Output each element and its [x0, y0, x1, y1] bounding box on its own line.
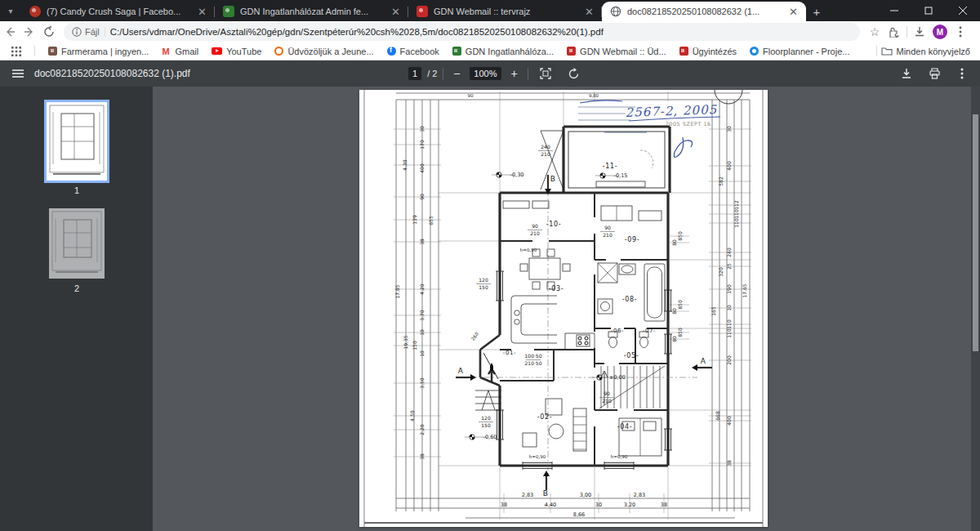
dim-bottom: 3,20 [624, 502, 635, 508]
tab-4[interactable]: doc08218520250108082632 (1...✕ [602, 2, 806, 21]
gdn-webmail-icon [416, 6, 428, 17]
page-number-input[interactable]: 1 [408, 67, 421, 80]
rotate-icon[interactable] [563, 62, 586, 85]
browser-menu-kebab-icon[interactable] [951, 23, 970, 41]
plan-path [692, 364, 697, 371]
tab-close-icon[interactable]: ✕ [787, 6, 800, 18]
tab-close-icon[interactable]: ✕ [583, 6, 595, 18]
dim-right: 165 [710, 306, 716, 316]
dim-left: 4,50 [409, 410, 415, 422]
bookmark-2[interactable]: MGmail [162, 47, 198, 56]
opening-dim: 240 [541, 144, 550, 149]
dim-bottom: 8,66 [573, 511, 585, 518]
minimize-button[interactable] [877, 0, 911, 21]
tab-2[interactable]: GDN Ingatlanhálózat Admin fe...✕ [215, 2, 408, 21]
plan-path [470, 374, 476, 381]
tab-strip: ▾ (7) Candy Crush Saga | Facebo...✕GDN I… [0, 0, 980, 21]
dim-left: 17,85 [394, 284, 400, 298]
plan-circle [549, 424, 564, 439]
address-bar: Fájl C:/Users/vdmar/OneDrive/Asztali%20g… [0, 21, 980, 42]
back-icon[interactable] [0, 22, 20, 42]
zoom-level-input[interactable]: 100% [470, 67, 501, 80]
level-symbol [499, 175, 501, 177]
file-info-icon[interactable]: Fájl [72, 27, 100, 37]
print-icon[interactable] [923, 62, 946, 85]
dim-right: 400 [726, 161, 732, 171]
plan-rect [532, 201, 549, 208]
reload-icon[interactable] [39, 22, 59, 42]
opening-dim: 210 [530, 230, 540, 236]
scrollbar-thumb[interactable] [973, 114, 978, 351]
dim-left: 38 [419, 239, 425, 245]
plan-note: h=0,90 [529, 454, 546, 459]
pdf-viewer-area: 12 BBAA-11--10--09--08--06--07--03--05--… [0, 87, 980, 531]
opening-dim: 120 [479, 277, 488, 283]
dim-left: 38 [419, 453, 425, 460]
plan-note: 260 [470, 331, 479, 341]
zoom-out-button[interactable]: − [449, 67, 464, 80]
plan-circle [585, 337, 588, 340]
page-thumbnail-1[interactable]: 1 [47, 102, 107, 195]
bookmark-label: Üdvözöljük a Jeune... [287, 47, 373, 56]
pdf-menu-hamburger-icon[interactable] [7, 62, 29, 85]
apps-grid-icon[interactable] [7, 42, 26, 60]
pdf-download-icon[interactable] [895, 62, 918, 85]
tab-close-icon[interactable]: ✕ [390, 6, 402, 18]
thumbnail-page-number: 1 [47, 185, 107, 195]
bookmark-1[interactable]: Farmerama | ingyen... [48, 47, 149, 56]
tab-1[interactable]: (7) Candy Crush Saga | Facebo...✕ [21, 2, 215, 21]
tab-3[interactable]: GDN Webmail :: tervrajz✕ [408, 2, 602, 21]
bookmarks-overflow-divider [876, 46, 877, 56]
wall [480, 377, 500, 386]
dim-bottom: 38 [501, 502, 507, 508]
tab-close-icon[interactable]: ✕ [196, 6, 208, 18]
tab-search-chevron-icon[interactable]: ▾ [0, 0, 21, 21]
page-thumbnail-2[interactable]: 2 [49, 208, 105, 293]
stamp-faint-line [578, 113, 626, 114]
webmail-icon [567, 47, 576, 56]
omnibox[interactable]: Fájl C:/Users/vdmar/OneDrive/Asztali%20g… [64, 23, 860, 41]
all-bookmarks-button[interactable]: Minden könyvjelző [865, 46, 971, 56]
bookmark-star-icon[interactable]: ☆ [865, 23, 884, 41]
downloads-icon[interactable] [910, 23, 929, 41]
room-label: -09- [625, 236, 639, 243]
dim-left: 10 [419, 329, 425, 336]
opening-dim: 90 [604, 225, 611, 230]
bookmark-6[interactable]: GDN Ingatlanhálóza... [452, 47, 554, 56]
bookmark-3[interactable]: YouTube [212, 47, 261, 56]
bookmark-5[interactable]: fFacebook [387, 47, 439, 56]
new-tab-button[interactable]: + [806, 2, 827, 21]
pdf-toolbar-divider2 [528, 68, 528, 80]
extensions-puzzle-icon[interactable] [884, 23, 904, 41]
profile-avatar[interactable]: M [933, 25, 947, 39]
thumbnail-page-number: 2 [49, 283, 105, 293]
opening-dim: 150 [479, 284, 488, 290]
level-symbol [497, 172, 499, 175]
dim-left: 655 [428, 216, 434, 225]
room-label: -07- [643, 328, 656, 334]
vertical-scrollbar[interactable] [971, 87, 980, 531]
floor-plan-drawing: BBAA-11--10--09--08--06--07--03--05--01-… [359, 90, 768, 527]
bookmark-4[interactable]: Üdvözöljük a Jeune... [274, 47, 373, 56]
gmail-icon: M [162, 47, 171, 56]
section-label: B [543, 489, 548, 498]
pdf-menu-kebab-icon[interactable] [951, 62, 973, 85]
toilet [609, 337, 617, 348]
zoom-in-button[interactable]: + [507, 67, 522, 80]
forward-icon[interactable] [20, 22, 39, 42]
bookmark-8[interactable]: Ügyintézés [679, 47, 737, 56]
dim-left: 3,50 [419, 377, 425, 389]
bookmark-9[interactable]: Floorplanner - Proje... [750, 47, 849, 56]
dim-left: 10 [419, 350, 425, 357]
close-button[interactable] [946, 0, 980, 21]
tab-title: GDN Webmail :: tervrajz [434, 7, 577, 16]
dim-left: 139 [412, 215, 417, 225]
pdf-document-title: doc08218520250108082632 (1).pdf [34, 68, 190, 79]
maximize-button[interactable] [911, 0, 946, 21]
fit-page-icon[interactable] [534, 62, 557, 85]
dim-right: 80 [671, 239, 677, 246]
room-label: -06- [611, 328, 624, 334]
dim-left: 30 [419, 126, 425, 132]
bookmark-7[interactable]: GDN Webmail :: Üd... [567, 47, 666, 56]
plan-path [543, 471, 550, 476]
